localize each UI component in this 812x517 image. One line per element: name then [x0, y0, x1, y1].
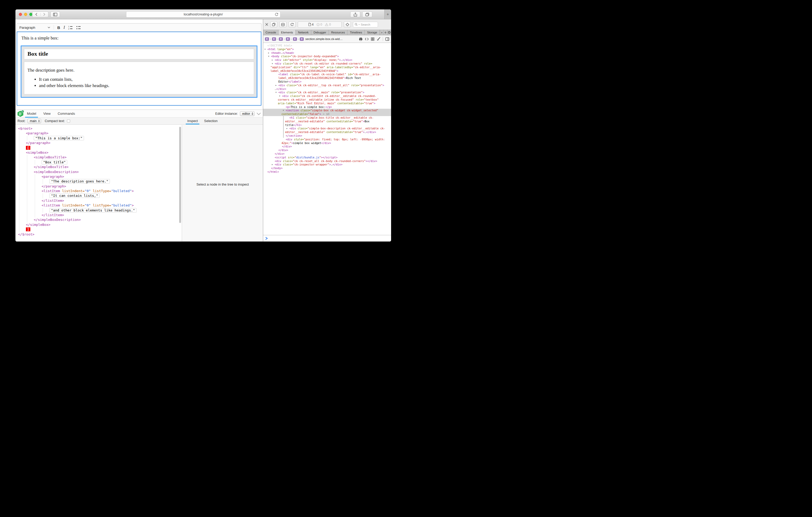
model-tree-row[interactable]: [ [16, 146, 182, 150]
tab-console[interactable]: Console [263, 30, 279, 35]
tab-storage[interactable]: Storage [365, 30, 380, 35]
devtools-settings-button[interactable] [387, 30, 391, 35]
dom-tree-row[interactable]: Editor</label> [263, 80, 391, 84]
dom-tree-row[interactable]: editor__nested-editable" contenteditable… [263, 130, 391, 134]
dom-tree-row[interactable]: ▾<div class="ck ck-editor__main" role="p… [263, 91, 391, 94]
model-tree-row[interactable]: "It can contain lists," [16, 193, 182, 198]
model-tree-row[interactable]: "and other block elements like headings.… [16, 208, 182, 213]
quick-console[interactable] [263, 235, 391, 242]
element-picker-button[interactable] [344, 22, 351, 27]
numbered-list-button[interactable]: 12 [68, 26, 73, 30]
dom-tree-row[interactable]: </body> [263, 166, 391, 170]
dom-tree-row[interactable]: <script src="dist/bundle.js"></script> [263, 156, 391, 159]
dom-tree-row[interactable]: ▸<div class="simple-box-description ck-e… [263, 127, 391, 130]
dom-tree-row[interactable]: <div style="position: fixed; top: 0px; l… [263, 138, 391, 142]
element-crumb[interactable]: E [279, 37, 283, 41]
resource-badges[interactable]: 4 0 0 [298, 22, 342, 28]
dom-tree-row[interactable]: ▾<html lang="en"> [263, 48, 391, 51]
model-tree-row[interactable]: "Box title" [16, 160, 182, 165]
minimize-window-button[interactable] [24, 13, 27, 16]
dom-tree-row[interactable]: …</div> [263, 87, 391, 91]
reload-button[interactable] [275, 12, 278, 17]
dom-tree-row[interactable]: aria-label="Rich Text Editor, main" cont… [263, 102, 391, 105]
dom-tree-row[interactable]: <!DOCTYPE html> [263, 44, 391, 48]
tab-elements[interactable]: Elements [279, 30, 296, 35]
share-button[interactable] [350, 11, 360, 17]
dom-tree-row[interactable]: </div> [263, 152, 391, 156]
dom-tree-row[interactable]: label_e63cbbfece34c53ce23501062343f49b8"… [263, 76, 391, 80]
dom-tree-row[interactable]: <h1 class="simple-box-title ck-editor__e… [263, 116, 391, 120]
dock-side-button[interactable] [280, 22, 286, 27]
tab-model[interactable]: Model [27, 110, 36, 118]
dom-tree-row[interactable]: </div> [263, 149, 391, 152]
tab-view[interactable]: View [43, 110, 51, 118]
dom-tree-row[interactable]: </html> [263, 170, 391, 174]
tab-network[interactable]: Network [296, 30, 311, 35]
dom-tree-row[interactable]: ▸<div class="ck ck-editor__top ck-reset_… [263, 84, 391, 87]
element-crumb[interactable]: E [286, 37, 290, 41]
show-source-icon[interactable] [365, 38, 369, 40]
tab-inspect[interactable]: Inspect [187, 118, 198, 124]
dom-tree-row[interactable]: <div class="ck ck-reset_all ck-body ck-r… [263, 159, 391, 163]
add-tab-button[interactable] [383, 30, 387, 35]
model-tree-row[interactable]: </paragraph> [16, 141, 182, 145]
model-tree-row[interactable]: "The description goes here." [16, 179, 182, 184]
heading-dropdown[interactable]: Paragraph [19, 26, 50, 30]
dom-tree-row[interactable]: label_e63cbbfece34c53ce23501062343f49b8"… [263, 69, 391, 73]
dom-tree-row[interactable]: <p>This is a simple box:</p> [263, 105, 391, 109]
dom-tree-row[interactable]: </section> [263, 134, 391, 138]
dom-tree-row[interactable]: editor__nested-editable" contenteditable… [263, 120, 391, 123]
dom-tree-row[interactable]: ▾<section class="simple-box ck-widget ck… [263, 109, 391, 112]
tab-overview-button[interactable] [362, 11, 372, 17]
root-select[interactable]: main [27, 119, 41, 123]
model-tree-row[interactable]: </listItem> [16, 199, 182, 203]
tab-timelines[interactable]: Timelines [347, 30, 365, 35]
detach-devtools-button[interactable] [270, 22, 277, 27]
dom-tree-row[interactable]: ▸<div id="editor" style="display: none;"… [263, 58, 391, 62]
dom-tree-row[interactable]: title</h1> [263, 123, 391, 127]
tabs-overflow-button[interactable]: » [380, 30, 383, 35]
model-tree-row[interactable]: <simpleBox> [16, 150, 182, 155]
model-tree-row[interactable]: <simpleBoxTitle> [16, 155, 182, 160]
model-tree-row[interactable]: </paragraph> [16, 184, 182, 189]
print-icon[interactable] [359, 37, 362, 41]
model-tree-row[interactable]: </simpleBoxDescription> [16, 217, 182, 222]
editor-instance-select[interactable]: editor [240, 111, 255, 116]
current-node-crumb[interactable]: section.simple-box.ck-wid… [305, 37, 343, 40]
dom-tree-row[interactable]: ▾<div class="ck ck-content ck-editor__ed… [263, 94, 391, 98]
close-window-button[interactable] [19, 13, 22, 16]
italic-button[interactable]: I [64, 25, 65, 30]
dom-tree-row[interactable]: ▾<div class="ck ck-reset ck-editor ck-ro… [263, 62, 391, 66]
address-bar[interactable]: localhost/creating-a-plugin/ [126, 11, 281, 18]
details-sidebar-icon[interactable] [385, 37, 389, 41]
collapse-inspector-icon[interactable] [257, 113, 261, 115]
model-tree-row[interactable]: "This is a simple box:" [16, 136, 182, 141]
dom-tree-row[interactable]: ▾<body class="ck-inspector-body-expanded… [263, 55, 391, 58]
sidebar-toggle-button[interactable] [51, 11, 60, 17]
model-tree-row[interactable]: <simpleBoxDescription> [16, 170, 182, 174]
bold-button[interactable]: B [57, 25, 60, 30]
model-tree-row[interactable]: </$root> [16, 232, 182, 237]
model-tree-row[interactable]: <paragraph> [16, 174, 182, 179]
bulleted-list-button[interactable] [77, 26, 81, 30]
element-crumb[interactable]: E [272, 37, 276, 41]
search-input[interactable] [361, 23, 375, 26]
dom-tree-row[interactable]: ▸<div class="ck-inspector-wrapper">…</di… [263, 163, 391, 166]
close-devtools-button[interactable] [265, 23, 268, 26]
tab-debugger[interactable]: Debugger [311, 30, 329, 35]
model-tree-row[interactable]: <listItem listIndent="0" listType="bulle… [16, 189, 182, 193]
tab-commands[interactable]: Commands [58, 110, 75, 118]
model-tree-row[interactable]: </simpleBoxTitle> [16, 165, 182, 170]
reload-page-button[interactable] [289, 22, 296, 27]
dom-tree-row[interactable]: corners ck-editor__editable_inline ck-fo… [263, 98, 391, 102]
model-tree-row[interactable]: ] [16, 227, 182, 232]
grid-overlay-icon[interactable] [371, 37, 374, 41]
model-tree-row[interactable]: <listItem listIndent="0" listType="bulle… [16, 203, 182, 208]
devtools-search[interactable] [353, 22, 378, 27]
dom-tree-row[interactable]: "application" dir="ltr" lang="en" aria-l… [263, 66, 391, 69]
new-tab-button[interactable]: + [384, 9, 391, 19]
dom-tree-row[interactable]: contenteditable="false"> = $0 [263, 112, 391, 116]
forward-button[interactable] [40, 13, 49, 16]
dom-tree-row[interactable]: 42px;">simple box widget</div> [263, 142, 391, 145]
compact-text-checkbox[interactable] [67, 119, 70, 123]
